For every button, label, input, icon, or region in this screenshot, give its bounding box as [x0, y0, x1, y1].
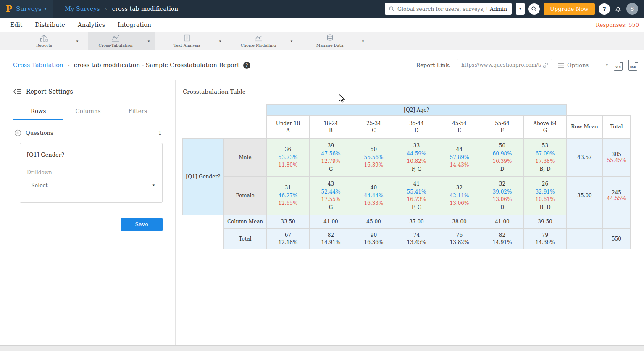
- user-avatar[interactable]: S: [626, 3, 638, 15]
- export-xls-button[interactable]: XLS: [614, 60, 623, 71]
- help-button[interactable]: ?: [599, 3, 610, 15]
- column-header: 18-24B: [310, 116, 352, 139]
- bell-icon: [615, 5, 622, 13]
- toolbar-group-manage-data: Manage Data ▾: [302, 32, 369, 50]
- cell-count: 43: [310, 180, 351, 188]
- search-scope-label[interactable]: Admin: [490, 6, 508, 12]
- panel-header: Report Settings: [13, 88, 163, 95]
- toolbar-caret-reports[interactable]: ▾: [71, 32, 83, 50]
- column-total-percent: 14.91%: [482, 239, 523, 246]
- cell-significance: G: [310, 204, 351, 212]
- save-row: Save: [13, 218, 163, 231]
- column-total-percent: 14.36%: [525, 239, 565, 246]
- my-surveys-link[interactable]: My Surveys: [65, 5, 100, 12]
- cell-count: 36: [268, 146, 308, 154]
- column-total-cell: 7914.36%: [524, 229, 567, 249]
- cell-count: 32: [482, 180, 523, 188]
- cell-column-percent: 12.79%: [310, 157, 351, 165]
- notifications-button[interactable]: [614, 5, 623, 13]
- save-button[interactable]: Save: [121, 218, 163, 231]
- row-label: Male: [224, 139, 267, 177]
- cell-column-percent: 17.38%: [525, 157, 565, 165]
- collapse-panel-icon[interactable]: [13, 89, 21, 94]
- tab-distribute[interactable]: Distribute: [35, 21, 65, 28]
- cell-count: 41: [396, 180, 437, 188]
- report-title: cross tab modification - Sample Crosstab…: [74, 62, 239, 68]
- cell-count: 44: [439, 146, 480, 154]
- table-row: [Q1] Gender?Male3653.73%11.80%3947.56%12…: [183, 139, 631, 177]
- column-mean-cell: 41.00: [310, 215, 352, 229]
- breadcrumb: My Surveys › cross tab modification: [65, 5, 178, 12]
- report-link-input[interactable]: [460, 62, 542, 68]
- toolbar-caret-manage-data[interactable]: ▾: [357, 32, 369, 50]
- toolbar-item-reports[interactable]: Reports: [17, 32, 71, 50]
- report-actions: Report Link: Options ▾ XLS PDF: [416, 59, 637, 71]
- column-total-percent: 12.18%: [268, 239, 308, 246]
- add-question-icon[interactable]: [14, 129, 21, 136]
- drilldown-select[interactable]: - Select - ▾: [27, 180, 155, 191]
- global-search: Admin: [385, 3, 512, 15]
- column-total-count: 90: [353, 232, 394, 239]
- column-total-percent: 14.91%: [310, 239, 351, 246]
- brand-block: P Surveys ▾: [0, 0, 53, 18]
- content-body: Report Settings Rows Columns Filters Que…: [0, 80, 644, 345]
- toolbar-caret-text-analysis[interactable]: ▾: [214, 32, 226, 50]
- crosstab-cell: 4352.44%17.55%G: [310, 177, 352, 215]
- toolbar-item-text-analysis[interactable]: Text Analysis: [160, 32, 214, 50]
- options-button[interactable]: Options ▾: [558, 62, 608, 68]
- product-switcher[interactable]: Surveys ▾: [16, 5, 46, 13]
- toolbar-item-choice-modelling[interactable]: Choice Modelling: [231, 32, 286, 50]
- cell-column-percent: 12.65%: [268, 199, 308, 207]
- toolbar-caret-cross-tabulation[interactable]: ▾: [143, 32, 155, 50]
- report-link-label: Report Link:: [416, 62, 451, 68]
- column-total-count: 74: [396, 232, 437, 239]
- column-mean-cell: 37.00: [395, 215, 438, 229]
- list-icon: [558, 63, 564, 68]
- tab-analytics[interactable]: Analytics: [78, 21, 105, 28]
- tab-columns[interactable]: Columns: [63, 103, 113, 120]
- questionpro-logo-icon: P: [6, 4, 12, 14]
- breadcrumb-separator: ›: [68, 62, 70, 68]
- search-button[interactable]: [528, 3, 540, 15]
- report-help-icon[interactable]: ?: [243, 62, 250, 69]
- cell-row-percent: 46.27%: [268, 192, 308, 200]
- search-scope-dropdown[interactable]: ▾: [516, 3, 525, 15]
- export-pdf-button[interactable]: PDF: [628, 60, 637, 71]
- global-search-input[interactable]: [394, 6, 490, 12]
- link-icon[interactable]: [542, 62, 549, 68]
- total-count: 305: [604, 152, 629, 157]
- top-bar: P Surveys ▾ My Surveys › cross tab modif…: [0, 0, 644, 18]
- cell-column-percent: 16.39%: [353, 161, 394, 169]
- crosstab-cell: 4457.89%14.43%: [438, 139, 481, 177]
- column-header: Above 64G: [524, 116, 567, 139]
- topbar-actions: Admin ▾ Upgrade Now ? S: [385, 3, 638, 15]
- search-icon: [389, 6, 394, 12]
- breadcrumb-separator: ›: [105, 6, 107, 12]
- survey-name: cross tab modification: [112, 5, 178, 12]
- column-letter: D: [415, 128, 419, 134]
- cell-significance: B, D: [525, 165, 565, 173]
- cell-row-percent: 57.89%: [439, 154, 480, 162]
- cross-tabulation-breadcrumb-link[interactable]: Cross Tabulation: [13, 62, 63, 68]
- empty-cell: [567, 229, 603, 249]
- cell-row-percent: 67.09%: [525, 150, 565, 158]
- crosstab-table: [Q2] Age?Under 18A18-24B25-34C35-44D45-5…: [182, 104, 631, 249]
- tab-filters[interactable]: Filters: [113, 103, 163, 120]
- row-mean-header: Row Mean: [567, 116, 603, 139]
- tab-edit[interactable]: Edit: [10, 21, 22, 28]
- cell-row-percent: 55.56%: [353, 154, 394, 162]
- upgrade-now-button[interactable]: Upgrade Now: [544, 3, 595, 15]
- toolbar-group-reports: Reports ▾: [17, 32, 83, 50]
- toolbar-item-cross-tabulation[interactable]: Cross-Tabulation: [88, 32, 143, 50]
- xls-label: XLS: [615, 66, 621, 69]
- column-total-count: 76: [439, 232, 480, 239]
- question-card: [Q1] Gender? Drilldown - Select - ▾: [20, 143, 163, 203]
- tab-integration[interactable]: Integration: [118, 21, 151, 28]
- tab-rows[interactable]: Rows: [13, 103, 63, 120]
- column-total-cell: 8214.91%: [481, 229, 524, 249]
- cell-column-percent: 16.39%: [482, 157, 523, 165]
- toolbar-item-manage-data[interactable]: Manage Data: [302, 32, 357, 50]
- row-mean-cell: 43.57: [567, 139, 603, 177]
- cell-column-percent: 10.61%: [525, 196, 565, 204]
- toolbar-caret-choice-modelling[interactable]: ▾: [286, 32, 297, 50]
